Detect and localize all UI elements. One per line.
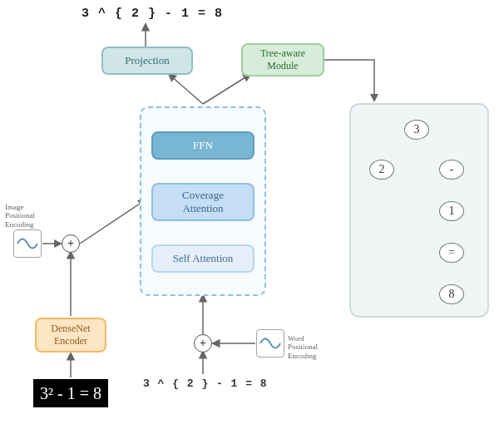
self-attention-block: Self Attention (151, 244, 254, 273)
handwritten-input-image: 3² - 1 = 8 (33, 379, 108, 407)
tree-node-d1: 1 (439, 201, 464, 221)
add-image-encoding: + (62, 234, 80, 253)
tree-node-right: - (439, 160, 464, 180)
input-sequence: 3 ^ { 2 } - 1 = 8 (143, 377, 268, 390)
projection-block: Projection (101, 47, 193, 75)
handwritten-content: 3² - 1 = 8 (40, 384, 101, 403)
add-word-encoding: + (194, 334, 212, 353)
ffn-block: FFN (151, 131, 254, 160)
tree-node-root: 3 (404, 120, 429, 140)
word-positional-encoding-icon (256, 329, 284, 357)
word-positional-encoding-label: Word Positional Encoding (288, 334, 331, 360)
output-sequence: 3 ^ { 2 } - 1 = 8 (82, 7, 223, 21)
svg-line-4 (80, 200, 145, 244)
tree-node-left: 2 (369, 160, 394, 180)
tree-aware-module-block: Tree-aware Module (241, 43, 324, 76)
tree-node-d3: 8 (439, 284, 464, 304)
densenet-encoder-block: DenseNet Encoder (35, 318, 106, 353)
tree-node-d2: = (439, 243, 464, 263)
coverage-attention-block: Coverage Attention (151, 183, 254, 221)
svg-line-13 (203, 75, 250, 104)
image-positional-encoding-label: Image Positional Encoding (5, 203, 47, 229)
image-positional-encoding-icon (13, 229, 42, 258)
svg-line-12 (170, 75, 203, 104)
